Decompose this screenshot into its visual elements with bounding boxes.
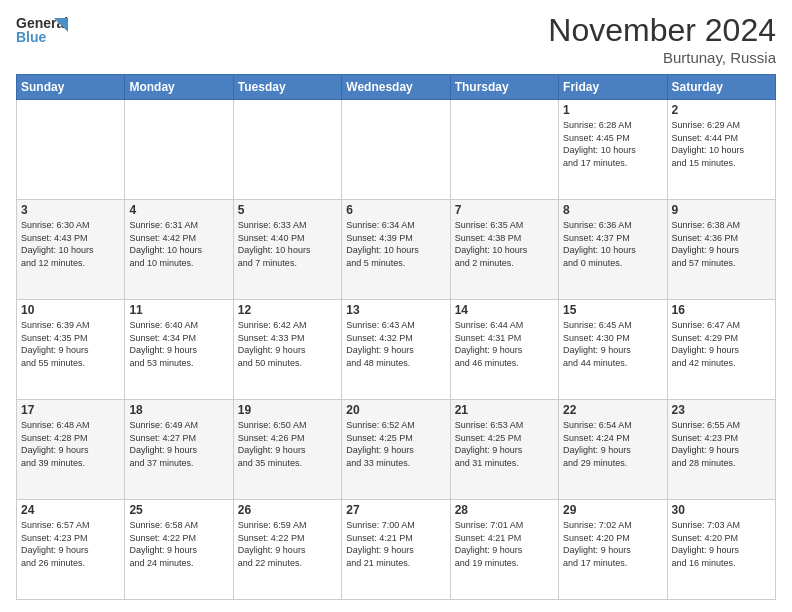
col-sunday: Sunday <box>17 75 125 100</box>
calendar-cell: 10Sunrise: 6:39 AM Sunset: 4:35 PM Dayli… <box>17 300 125 400</box>
day-info: Sunrise: 6:33 AM Sunset: 4:40 PM Dayligh… <box>238 219 337 269</box>
calendar-cell: 23Sunrise: 6:55 AM Sunset: 4:23 PM Dayli… <box>667 400 775 500</box>
svg-text:Blue: Blue <box>16 29 47 45</box>
calendar-cell: 16Sunrise: 6:47 AM Sunset: 4:29 PM Dayli… <box>667 300 775 400</box>
day-number: 25 <box>129 503 228 517</box>
calendar-row-1: 1Sunrise: 6:28 AM Sunset: 4:45 PM Daylig… <box>17 100 776 200</box>
calendar-cell: 3Sunrise: 6:30 AM Sunset: 4:43 PM Daylig… <box>17 200 125 300</box>
day-info: Sunrise: 6:35 AM Sunset: 4:38 PM Dayligh… <box>455 219 554 269</box>
day-number: 11 <box>129 303 228 317</box>
calendar-cell: 17Sunrise: 6:48 AM Sunset: 4:28 PM Dayli… <box>17 400 125 500</box>
day-info: Sunrise: 6:53 AM Sunset: 4:25 PM Dayligh… <box>455 419 554 469</box>
calendar-cell: 30Sunrise: 7:03 AM Sunset: 4:20 PM Dayli… <box>667 500 775 600</box>
calendar-cell: 20Sunrise: 6:52 AM Sunset: 4:25 PM Dayli… <box>342 400 450 500</box>
day-info: Sunrise: 6:55 AM Sunset: 4:23 PM Dayligh… <box>672 419 771 469</box>
day-number: 19 <box>238 403 337 417</box>
day-info: Sunrise: 6:39 AM Sunset: 4:35 PM Dayligh… <box>21 319 120 369</box>
month-title: November 2024 <box>548 12 776 49</box>
calendar-cell: 19Sunrise: 6:50 AM Sunset: 4:26 PM Dayli… <box>233 400 341 500</box>
logo: General Blue <box>16 12 68 48</box>
calendar-cell: 21Sunrise: 6:53 AM Sunset: 4:25 PM Dayli… <box>450 400 558 500</box>
header: General Blue November 2024 Burtunay, Rus… <box>16 12 776 66</box>
calendar-cell <box>17 100 125 200</box>
calendar-cell: 2Sunrise: 6:29 AM Sunset: 4:44 PM Daylig… <box>667 100 775 200</box>
day-number: 16 <box>672 303 771 317</box>
calendar-cell: 14Sunrise: 6:44 AM Sunset: 4:31 PM Dayli… <box>450 300 558 400</box>
day-info: Sunrise: 7:03 AM Sunset: 4:20 PM Dayligh… <box>672 519 771 569</box>
day-info: Sunrise: 6:44 AM Sunset: 4:31 PM Dayligh… <box>455 319 554 369</box>
col-thursday: Thursday <box>450 75 558 100</box>
col-monday: Monday <box>125 75 233 100</box>
logo-icon: General Blue <box>16 12 68 48</box>
day-info: Sunrise: 6:31 AM Sunset: 4:42 PM Dayligh… <box>129 219 228 269</box>
title-block: November 2024 Burtunay, Russia <box>548 12 776 66</box>
day-number: 18 <box>129 403 228 417</box>
day-number: 30 <box>672 503 771 517</box>
calendar-page: General Blue November 2024 Burtunay, Rus… <box>0 0 792 612</box>
day-number: 9 <box>672 203 771 217</box>
location: Burtunay, Russia <box>548 49 776 66</box>
day-number: 22 <box>563 403 662 417</box>
calendar-cell <box>233 100 341 200</box>
calendar-cell: 15Sunrise: 6:45 AM Sunset: 4:30 PM Dayli… <box>559 300 667 400</box>
calendar-row-4: 17Sunrise: 6:48 AM Sunset: 4:28 PM Dayli… <box>17 400 776 500</box>
calendar-row-3: 10Sunrise: 6:39 AM Sunset: 4:35 PM Dayli… <box>17 300 776 400</box>
day-info: Sunrise: 7:02 AM Sunset: 4:20 PM Dayligh… <box>563 519 662 569</box>
day-info: Sunrise: 6:49 AM Sunset: 4:27 PM Dayligh… <box>129 419 228 469</box>
calendar-cell: 7Sunrise: 6:35 AM Sunset: 4:38 PM Daylig… <box>450 200 558 300</box>
day-number: 28 <box>455 503 554 517</box>
calendar-cell <box>125 100 233 200</box>
day-number: 2 <box>672 103 771 117</box>
day-info: Sunrise: 6:59 AM Sunset: 4:22 PM Dayligh… <box>238 519 337 569</box>
day-info: Sunrise: 6:45 AM Sunset: 4:30 PM Dayligh… <box>563 319 662 369</box>
day-info: Sunrise: 6:34 AM Sunset: 4:39 PM Dayligh… <box>346 219 445 269</box>
day-number: 21 <box>455 403 554 417</box>
day-info: Sunrise: 6:30 AM Sunset: 4:43 PM Dayligh… <box>21 219 120 269</box>
day-number: 13 <box>346 303 445 317</box>
calendar-cell: 26Sunrise: 6:59 AM Sunset: 4:22 PM Dayli… <box>233 500 341 600</box>
day-info: Sunrise: 6:47 AM Sunset: 4:29 PM Dayligh… <box>672 319 771 369</box>
day-number: 14 <box>455 303 554 317</box>
day-number: 15 <box>563 303 662 317</box>
day-info: Sunrise: 6:54 AM Sunset: 4:24 PM Dayligh… <box>563 419 662 469</box>
day-info: Sunrise: 6:50 AM Sunset: 4:26 PM Dayligh… <box>238 419 337 469</box>
col-friday: Friday <box>559 75 667 100</box>
calendar-row-2: 3Sunrise: 6:30 AM Sunset: 4:43 PM Daylig… <box>17 200 776 300</box>
calendar-cell: 22Sunrise: 6:54 AM Sunset: 4:24 PM Dayli… <box>559 400 667 500</box>
day-info: Sunrise: 7:01 AM Sunset: 4:21 PM Dayligh… <box>455 519 554 569</box>
day-number: 5 <box>238 203 337 217</box>
calendar-cell: 8Sunrise: 6:36 AM Sunset: 4:37 PM Daylig… <box>559 200 667 300</box>
calendar-cell: 24Sunrise: 6:57 AM Sunset: 4:23 PM Dayli… <box>17 500 125 600</box>
day-number: 3 <box>21 203 120 217</box>
day-number: 1 <box>563 103 662 117</box>
calendar-cell: 9Sunrise: 6:38 AM Sunset: 4:36 PM Daylig… <box>667 200 775 300</box>
day-info: Sunrise: 6:43 AM Sunset: 4:32 PM Dayligh… <box>346 319 445 369</box>
calendar-cell <box>342 100 450 200</box>
calendar-cell <box>450 100 558 200</box>
calendar-cell: 28Sunrise: 7:01 AM Sunset: 4:21 PM Dayli… <box>450 500 558 600</box>
header-row: Sunday Monday Tuesday Wednesday Thursday… <box>17 75 776 100</box>
calendar-cell: 5Sunrise: 6:33 AM Sunset: 4:40 PM Daylig… <box>233 200 341 300</box>
col-tuesday: Tuesday <box>233 75 341 100</box>
day-number: 6 <box>346 203 445 217</box>
calendar-cell: 25Sunrise: 6:58 AM Sunset: 4:22 PM Dayli… <box>125 500 233 600</box>
day-info: Sunrise: 6:38 AM Sunset: 4:36 PM Dayligh… <box>672 219 771 269</box>
day-info: Sunrise: 7:00 AM Sunset: 4:21 PM Dayligh… <box>346 519 445 569</box>
day-info: Sunrise: 6:57 AM Sunset: 4:23 PM Dayligh… <box>21 519 120 569</box>
day-info: Sunrise: 6:29 AM Sunset: 4:44 PM Dayligh… <box>672 119 771 169</box>
calendar-cell: 6Sunrise: 6:34 AM Sunset: 4:39 PM Daylig… <box>342 200 450 300</box>
day-number: 7 <box>455 203 554 217</box>
day-number: 29 <box>563 503 662 517</box>
day-number: 23 <box>672 403 771 417</box>
day-info: Sunrise: 6:48 AM Sunset: 4:28 PM Dayligh… <box>21 419 120 469</box>
day-number: 26 <box>238 503 337 517</box>
calendar-cell: 29Sunrise: 7:02 AM Sunset: 4:20 PM Dayli… <box>559 500 667 600</box>
day-info: Sunrise: 6:42 AM Sunset: 4:33 PM Dayligh… <box>238 319 337 369</box>
calendar-table: Sunday Monday Tuesday Wednesday Thursday… <box>16 74 776 600</box>
col-saturday: Saturday <box>667 75 775 100</box>
day-info: Sunrise: 6:36 AM Sunset: 4:37 PM Dayligh… <box>563 219 662 269</box>
calendar-cell: 4Sunrise: 6:31 AM Sunset: 4:42 PM Daylig… <box>125 200 233 300</box>
day-info: Sunrise: 6:58 AM Sunset: 4:22 PM Dayligh… <box>129 519 228 569</box>
calendar-cell: 12Sunrise: 6:42 AM Sunset: 4:33 PM Dayli… <box>233 300 341 400</box>
calendar-cell: 11Sunrise: 6:40 AM Sunset: 4:34 PM Dayli… <box>125 300 233 400</box>
